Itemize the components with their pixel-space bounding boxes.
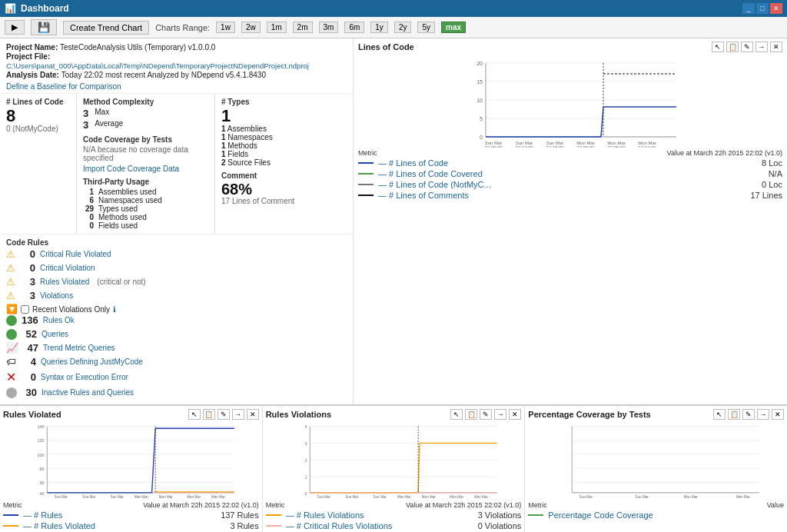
project-file-label: Project File: (6, 52, 50, 61)
range-1y[interactable]: 1y (370, 22, 388, 33)
cov-copy-btn[interactable]: 📋 (728, 409, 740, 420)
rules-violated-link[interactable]: Rules Violated (40, 278, 89, 286)
rules-violated-title: Rules Violated (3, 410, 61, 419)
title-bar-controls[interactable]: _ □ ✕ (742, 3, 782, 14)
tp-rows: 1Assemblies used 6Namespaces used 29Type… (83, 188, 208, 230)
rviol-controls[interactable]: ↖ 📋 ✎ → ✕ (450, 409, 521, 420)
range-1m[interactable]: 1m (267, 22, 287, 33)
minimize-button[interactable]: _ (742, 3, 755, 14)
rv-metric-label: Metric (3, 501, 22, 509)
svg-text:Sun Mar: Sun Mar (579, 495, 593, 499)
inactive-num: 30 (22, 387, 37, 398)
rv-cursor-btn[interactable]: ↖ (188, 409, 201, 420)
svg-text:22 12:00: 22 12:00 (515, 145, 533, 148)
metric-comments-link[interactable]: — # Lines of Comments (378, 191, 745, 200)
metric-notmycode-link[interactable]: — # Lines of Code (NotMyC... (378, 180, 757, 189)
types-title: # Types (221, 98, 347, 106)
rv-close-btn[interactable]: ✕ (247, 409, 259, 420)
create-trend-chart-button[interactable]: Create Trend Chart (63, 21, 149, 35)
cov-arrow-btn[interactable]: → (757, 409, 769, 420)
loc-arrow-btn[interactable]: → (755, 42, 768, 52)
tp-row-3: 29Types used (83, 204, 208, 213)
range-2w[interactable]: 2w (241, 22, 261, 33)
svg-text:Mon Mar: Mon Mar (211, 495, 225, 499)
svg-text:Mon Mar: Mon Mar (684, 495, 698, 499)
metric-loc-link[interactable]: — # Lines of Code (378, 158, 757, 168)
rv-edit-btn[interactable]: ✎ (218, 409, 230, 420)
loc-chart-controls[interactable]: ↖ 📋 ✎ → ✕ (712, 42, 782, 52)
rviol-close-btn[interactable]: ✕ (509, 409, 521, 420)
trend-link[interactable]: Trend Metric Queries (43, 344, 115, 352)
range-2y[interactable]: 2y (394, 22, 412, 33)
cov-metric-link[interactable]: Percentage Code Coverage (548, 510, 779, 520)
svg-text:Sun Mar: Sun Mar (55, 495, 68, 499)
range-3m[interactable]: 3m (319, 22, 339, 33)
rv-copy-btn[interactable]: 📋 (203, 409, 215, 420)
import-link[interactable]: Import Code Coverage Data (83, 165, 179, 173)
error-link[interactable]: Syntax or Execution Error (41, 373, 128, 381)
comment-value: 68% (221, 181, 347, 197)
svg-text:Sun Mar: Sun Mar (636, 495, 649, 499)
project-file-link[interactable]: C:\Users\panat_000\AppData\Local\Temp\ND… (6, 62, 309, 70)
recent-checkbox[interactable] (21, 305, 29, 314)
jmc-row: 🏷 4 Queries Defining JustMyCode (6, 356, 347, 367)
type-methods: 1 Methods (221, 141, 347, 150)
critical-rule-link-2[interactable]: Critical Violation (40, 264, 95, 272)
loc-cursor-btn[interactable]: ↖ (712, 42, 724, 52)
loc-copy-btn[interactable]: 📋 (726, 42, 739, 52)
range-2m[interactable]: 2m (293, 22, 313, 33)
rules-violations-panel: Rules Violations ↖ 📋 ✎ → ✕ 4 3 2 1 (263, 406, 526, 532)
cov-cursor-btn[interactable]: ↖ (713, 409, 726, 420)
rviol-cursor-btn[interactable]: ↖ (450, 409, 463, 420)
rules-ok-link[interactable]: Rules Ok (43, 316, 75, 324)
queries-link[interactable]: Queries (42, 330, 68, 338)
loc-close-btn[interactable]: ✕ (770, 42, 782, 52)
svg-text:Mon Mar: Mon Mar (422, 495, 436, 499)
metric-notmycode-color (358, 184, 374, 185)
comment-sub: 17 Lines of Comment (221, 197, 347, 205)
rules-violated-controls[interactable]: ↖ 📋 ✎ → ✕ (188, 409, 259, 420)
rviol-edit-btn[interactable]: ✎ (480, 409, 492, 420)
rviol-arrow-btn[interactable]: → (494, 409, 506, 420)
rviol-violations-link[interactable]: — # Rules Violations (286, 510, 473, 520)
complexity-max-num: 3 (83, 108, 88, 119)
loc-svg-chart: 20 15 10 5 0 Sun Mar 22 06:00 (358, 55, 782, 148)
rules-violated-num: 3 (20, 276, 35, 288)
cov-edit-btn[interactable]: ✎ (742, 409, 755, 420)
save-button[interactable]: 💾 (31, 19, 57, 35)
rviol-copy-btn[interactable]: 📋 (465, 409, 477, 420)
close-button[interactable]: ✕ (770, 3, 782, 14)
jmc-link[interactable]: Queries Defining JustMyCode (41, 357, 143, 366)
range-max[interactable]: max (441, 22, 466, 33)
range-1w[interactable]: 1w (216, 22, 235, 33)
rviol-critical-link[interactable]: — # Critical Rules Violations (286, 521, 473, 530)
play-button[interactable]: ▶ (5, 20, 25, 35)
baseline-link[interactable]: Define a Baseline for Comparison (6, 82, 347, 91)
metric-col-label: Metric (358, 149, 377, 157)
maximize-button[interactable]: □ (756, 3, 769, 14)
metric-covered-link[interactable]: — # Lines of Code Covered (378, 169, 764, 178)
cov-close-btn[interactable]: ✕ (772, 409, 784, 420)
loc-edit-btn[interactable]: ✎ (741, 42, 753, 52)
rv-arrow-btn[interactable]: → (232, 409, 244, 420)
complexity-avg-num: 3 (83, 119, 88, 131)
metric-col-value: Value at March 22h 2015 22:02 (v1.0) (667, 149, 782, 157)
cov-controls[interactable]: ↖ 📋 ✎ → ✕ (713, 409, 784, 420)
inactive-link[interactable]: Inactive Rules and Queries (42, 388, 134, 397)
svg-text:Sun Mar: Sun Mar (345, 495, 359, 499)
svg-text:22 06:00: 22 06:00 (484, 145, 503, 148)
green-circle-2 (6, 329, 17, 340)
method-complexity-title: Method Complexity (83, 98, 208, 106)
range-6m[interactable]: 6m (344, 22, 364, 33)
rv-violated-link[interactable]: — # Rules Violated (23, 521, 225, 530)
window-title: Dashboard (21, 3, 69, 14)
rviol-critical-value: 0 Violations (478, 521, 522, 530)
critical-rule-link-1[interactable]: Critical Rule Violated (40, 250, 111, 258)
rules-violated-header: Rules Violated ↖ 📋 ✎ → ✕ (3, 409, 259, 420)
rv-rules-link[interactable]: — # Rules (23, 510, 216, 520)
svg-text:100: 100 (38, 453, 45, 457)
range-5y[interactable]: 5y (417, 22, 435, 33)
cov-metric-section: Metric Value Percentage Code Coverage (528, 501, 784, 520)
loc-chart-panel: Lines of Code ↖ 📋 ✎ → ✕ 20 15 (354, 38, 787, 404)
violations-link[interactable]: Violations (40, 291, 73, 300)
